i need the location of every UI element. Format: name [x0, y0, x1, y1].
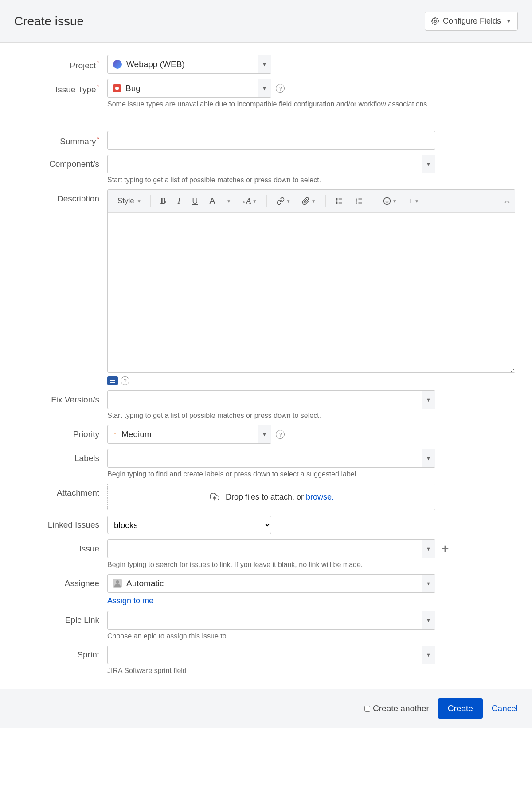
- bug-icon: [113, 84, 121, 92]
- attachment-button[interactable]: ▼: [297, 194, 320, 208]
- components-select[interactable]: ▼: [107, 155, 435, 173]
- labels-hint: Begin typing to find and create labels o…: [107, 470, 518, 478]
- description-label: Description: [14, 189, 107, 204]
- divider: [14, 118, 518, 118]
- create-another-checkbox-label[interactable]: Create another: [364, 704, 429, 713]
- numbered-list-button[interactable]: 123: [351, 194, 368, 208]
- issue-label: Issue: [14, 539, 107, 554]
- help-icon[interactable]: ?: [276, 84, 285, 93]
- chevron-down-icon[interactable]: ▼: [258, 425, 271, 443]
- underline-button[interactable]: U: [188, 193, 203, 209]
- dialog-footer: Create another Create Cancel: [0, 689, 532, 728]
- attachment-dropzone[interactable]: Drop files to attach, or browse.: [107, 484, 435, 510]
- create-another-checkbox[interactable]: [364, 706, 370, 712]
- insert-more-button[interactable]: + ▼: [404, 193, 423, 209]
- help-icon[interactable]: ?: [121, 376, 129, 385]
- assignee-select[interactable]: Automatic ▼: [107, 574, 435, 593]
- fix-versions-select[interactable]: ▼: [107, 390, 435, 409]
- components-label: Component/s: [14, 155, 107, 169]
- dialog-header: Create issue Configure Fields ▼: [0, 0, 532, 43]
- description-editor: Style ▼ B I U A ▼ aA ▼ ▼: [107, 189, 515, 373]
- configure-fields-button[interactable]: Configure Fields ▼: [425, 12, 518, 31]
- text-color-more[interactable]: ▼: [222, 196, 235, 206]
- priority-select[interactable]: ↑ Medium ▼: [107, 425, 271, 444]
- priority-arrow-icon: ↑: [113, 430, 117, 439]
- style-dropdown[interactable]: Style ▼: [114, 195, 145, 207]
- chevron-down-icon[interactable]: ▼: [422, 449, 435, 467]
- issue-type-hint: Some issue types are unavailable due to …: [107, 100, 518, 108]
- epic-link-hint: Choose an epic to assign this issue to.: [107, 632, 518, 640]
- project-label: Project*: [14, 55, 107, 71]
- epic-link-label: Epic Link: [14, 611, 107, 625]
- chevron-down-icon[interactable]: ▼: [422, 391, 435, 409]
- visual-mode-icon[interactable]: [107, 376, 118, 385]
- link-button[interactable]: ▼: [272, 194, 295, 208]
- sprint-label: Sprint: [14, 646, 107, 660]
- bullet-list-button[interactable]: [331, 194, 348, 208]
- cancel-button[interactable]: Cancel: [492, 704, 518, 713]
- attachment-label: Attachment: [14, 484, 107, 498]
- svg-point-4: [337, 199, 338, 200]
- editor-toolbar: Style ▼ B I U A ▼ aA ▼ ▼: [108, 190, 515, 213]
- svg-text:3: 3: [356, 201, 357, 204]
- linked-issues-select[interactable]: blocks: [107, 516, 271, 534]
- collapse-icon[interactable]: ︽: [504, 197, 509, 205]
- help-icon[interactable]: ?: [276, 430, 285, 439]
- labels-select[interactable]: ▼: [107, 449, 435, 468]
- issue-type-label: Issue Type*: [14, 79, 107, 94]
- summary-input[interactable]: [107, 131, 435, 150]
- linked-issues-label: Linked Issues: [14, 516, 107, 530]
- clear-format-button[interactable]: aA ▼: [238, 193, 261, 209]
- gear-icon: [431, 17, 439, 25]
- emoji-button[interactable]: ▼: [379, 194, 401, 208]
- components-hint: Start typing to get a list of possible m…: [107, 176, 518, 184]
- chevron-down-icon[interactable]: ▼: [258, 55, 271, 73]
- chevron-down-icon[interactable]: ▼: [422, 611, 435, 629]
- svg-point-6: [337, 203, 338, 204]
- issue-hint: Begin typing to search for issues to lin…: [107, 561, 518, 569]
- issue-type-select[interactable]: Bug ▼: [107, 79, 271, 98]
- project-avatar-icon: [113, 60, 122, 69]
- svg-point-0: [434, 20, 437, 22]
- chevron-down-icon[interactable]: ▼: [422, 155, 435, 173]
- browse-link[interactable]: browse.: [306, 492, 334, 501]
- dialog-title: Create issue: [14, 14, 84, 28]
- bold-button[interactable]: B: [156, 193, 171, 209]
- assignee-label: Assignee: [14, 574, 107, 588]
- epic-link-select[interactable]: ▼: [107, 611, 435, 630]
- chevron-down-icon[interactable]: ▼: [422, 540, 435, 558]
- user-avatar-icon: [113, 579, 122, 588]
- priority-label: Priority: [14, 425, 107, 439]
- svg-point-5: [337, 201, 338, 201]
- chevron-down-icon[interactable]: ▼: [422, 575, 435, 592]
- issue-select[interactable]: ▼: [107, 539, 435, 558]
- cloud-upload-icon: [209, 492, 220, 502]
- add-issue-button[interactable]: +: [442, 542, 449, 556]
- summary-label: Summary*: [14, 131, 107, 146]
- fix-versions-hint: Start typing to get a list of possible m…: [107, 412, 518, 420]
- svg-point-13: [384, 198, 391, 205]
- labels-label: Labels: [14, 449, 107, 463]
- chevron-down-icon: ▼: [506, 19, 511, 24]
- italic-button[interactable]: I: [173, 193, 184, 209]
- fix-versions-label: Fix Version/s: [14, 390, 107, 405]
- project-select[interactable]: Webapp (WEB) ▼: [107, 55, 271, 74]
- text-color-button[interactable]: A: [205, 193, 219, 209]
- assign-to-me-link[interactable]: Assign to me: [107, 596, 153, 606]
- chevron-down-icon[interactable]: ▼: [258, 79, 271, 97]
- description-textarea[interactable]: [108, 213, 515, 372]
- sprint-select[interactable]: ▼: [107, 646, 435, 664]
- sprint-hint: JIRA Software sprint field: [107, 667, 518, 675]
- create-button[interactable]: Create: [438, 698, 483, 719]
- chevron-down-icon[interactable]: ▼: [422, 646, 435, 664]
